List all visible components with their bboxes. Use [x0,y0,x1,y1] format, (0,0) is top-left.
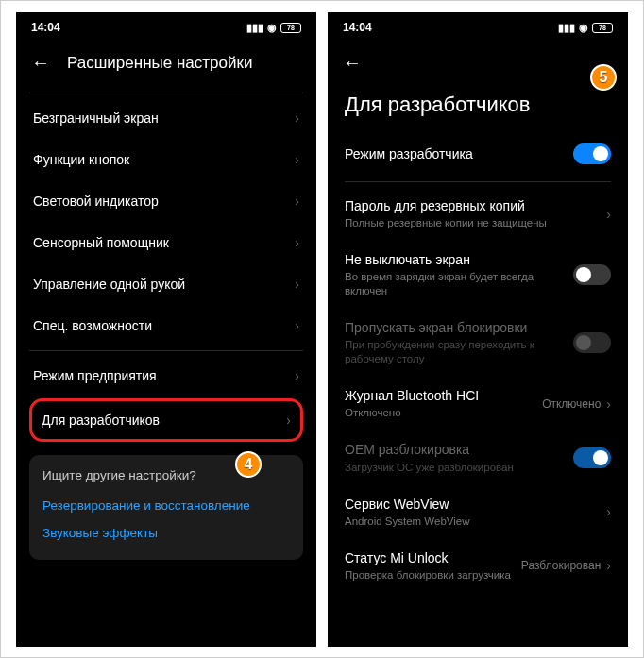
chevron-right-icon: › [295,110,299,126]
wifi-icon: ◉ [579,22,588,34]
option-subtitle: Отключено [345,406,542,420]
option-subtitle: Android System WebView [345,515,606,529]
setting-row[interactable]: Спец. возможности› [29,305,303,346]
developer-options-screen: 14:04 ▮▮▮ ◉ 78 ← Для разработчиков Режим… [328,12,628,647]
dev-option-row: OEM разблокировкаЗагрузчик ОС уже разбло… [328,431,628,485]
back-icon[interactable]: ← [31,52,50,74]
dev-option-row[interactable]: Сервис WebViewAndroid System WebView› [328,486,628,540]
battery-icon: 78 [280,23,301,33]
chevron-right-icon: › [295,194,299,209]
option-title: Статус Mi Unlock [345,549,521,566]
toggle-switch [573,332,611,353]
setting-row-developer[interactable]: Для разработчиков› [32,401,300,439]
option-title: Пароль для резервных копий [345,197,606,214]
setting-row[interactable]: Функции кнопок› [29,139,303,180]
wifi-icon: ◉ [267,22,277,34]
status-time: 14:04 [31,21,60,34]
suggestions-card: Ищите другие настройки? Резервирование и… [29,455,303,560]
option-subtitle: Полные резервные копии не защищены [345,216,606,230]
page-title: Для разработчиков [328,89,628,134]
dev-option-row[interactable]: Пароль для резервных копийПолные резервн… [328,188,628,242]
annotation-badge-5: 5 [590,64,617,91]
status-icons: ▮▮▮ ◉ 78 [246,22,301,34]
signal-icon: ▮▮▮ [558,22,575,34]
suggestion-link[interactable]: Резервирование и восстановление [42,492,290,519]
highlight-developer-row: Для разработчиков› [29,398,303,442]
chevron-right-icon: › [295,368,299,383]
divider [345,181,611,182]
battery-icon: 78 [592,23,613,33]
developer-options-list: Режим разработчикаПароль для резервных к… [328,134,628,647]
chevron-right-icon: › [606,504,611,519]
chevron-right-icon: › [606,396,611,412]
chevron-right-icon: › [606,207,611,222]
setting-row[interactable]: Безграничный экран› [29,97,303,139]
option-subtitle: Во время зарядки экран будет всегда вклю… [345,270,573,298]
dev-option-row[interactable]: Статус Mi UnlockПроверка блокировки загр… [328,540,628,594]
app-bar-title: Расширенные настройки [67,54,252,73]
option-value: Разблокирован [521,559,602,572]
suggestion-link[interactable]: Звуковые эффекты [42,519,290,547]
setting-row[interactable]: Световой индикатор› [29,180,303,222]
option-subtitle: Проверка блокировки загрузчика [345,568,521,582]
toggle-switch [573,447,611,468]
status-time: 14:04 [343,21,372,34]
option-title: OEM разблокировка [345,441,573,458]
chevron-right-icon: › [606,558,611,573]
option-title: Пропускать экран блокировки [345,319,573,336]
back-icon[interactable]: ← [343,52,362,74]
setting-row-enterprise[interactable]: Режим предприятия› [29,355,303,396]
option-subtitle: При пробуждении сразу переходить к рабоч… [345,338,573,366]
status-bar: 14:04 ▮▮▮ ◉ 78 [328,12,628,42]
toggle-switch[interactable] [573,143,611,164]
status-bar: 14:04 ▮▮▮ ◉ 78 [16,12,316,42]
chevron-right-icon: › [295,277,299,292]
chevron-right-icon: › [295,235,299,250]
app-bar: ← [328,42,628,89]
option-value: Отключено [542,397,601,411]
signal-icon: ▮▮▮ [246,22,263,34]
chevron-right-icon: › [295,318,299,333]
dev-option-row[interactable]: Журнал Bluetooth HCIОтключеноОтключено› [328,378,628,431]
chevron-right-icon: › [286,413,291,428]
settings-list: Безграничный экран› Функции кнопок› Свет… [16,89,316,647]
chevron-right-icon: › [295,152,299,167]
settings-advanced-screen: 14:04 ▮▮▮ ◉ 78 ← Расширенные настройки Б… [16,12,316,647]
setting-row[interactable]: Управление одной рукой› [29,263,303,305]
divider [29,350,303,351]
option-title: Журнал Bluetooth HCI [345,387,542,404]
toggle-switch[interactable] [573,264,611,285]
dev-option-row: Пропускать экран блокировкиПри пробужден… [328,310,628,378]
annotation-badge-4: 4 [235,451,262,478]
dev-option-row[interactable]: Не выключать экранВо время зарядки экран… [328,242,628,310]
option-subtitle: Загрузчик ОС уже разблокирован [345,461,573,475]
setting-row[interactable]: Сенсорный помощник› [29,222,303,263]
option-title: Не выключать экран [345,251,573,268]
app-bar: ← Расширенные настройки [16,42,316,89]
dev-option-row[interactable]: Режим разработчика [328,134,628,176]
option-title: Режим разработчика [345,145,573,162]
status-icons: ▮▮▮ ◉ 78 [558,22,613,34]
divider [29,93,303,93]
option-title: Сервис WebView [345,496,606,513]
